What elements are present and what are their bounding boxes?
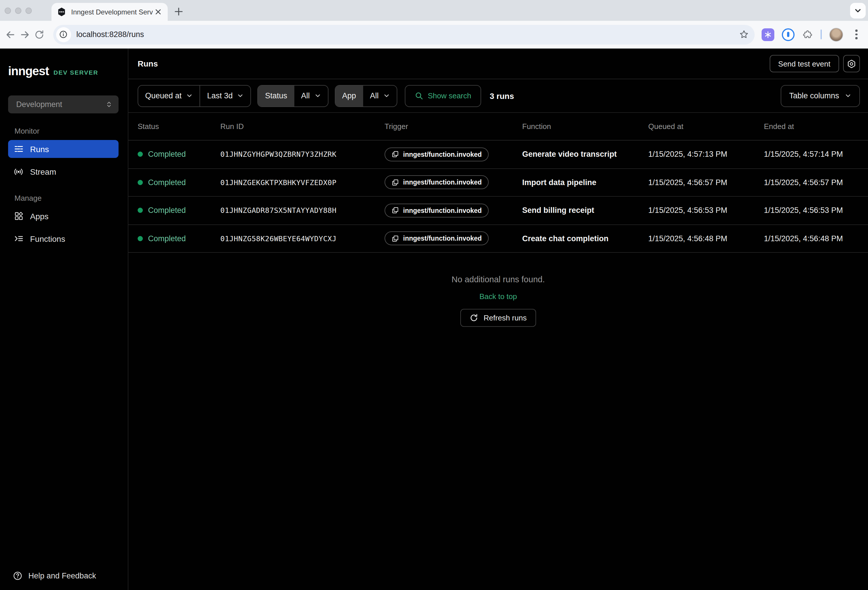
filter-bar: Queued at Last 3d Status All [128, 79, 868, 113]
back-icon[interactable] [3, 26, 17, 43]
page-header: Runs Send test event [128, 49, 868, 79]
trigger-event-pill[interactable]: inngest/function.invoked [385, 204, 489, 217]
functions-code-icon [13, 234, 24, 244]
table-header: Status Run ID Trigger Function Queued at… [128, 113, 868, 140]
bookmark-star-icon[interactable] [739, 30, 749, 39]
trigger-event-pill[interactable]: inngest/function.invoked [385, 232, 489, 245]
function-cell[interactable]: Import data pipeline [522, 178, 648, 187]
function-cell[interactable]: Create chat completion [522, 234, 648, 243]
browser-tab-strip: Inngest Development Server [0, 0, 868, 21]
sidebar-item-label: Runs [30, 144, 49, 154]
column-header-ended-at: Ended at [764, 122, 860, 131]
sidebar-item-runs[interactable]: Runs [8, 140, 118, 158]
help-question-icon [13, 571, 22, 581]
puzzle-extension-icon[interactable] [802, 29, 813, 40]
status-filter-dropdown[interactable]: All [294, 85, 328, 106]
table-columns-dropdown[interactable]: Table columns [780, 85, 860, 107]
runs-count: 3 runs [490, 91, 514, 101]
logo-row: inngest DEV SERVER [8, 64, 120, 78]
function-cell[interactable]: Send billing receipt [522, 206, 648, 215]
trigger-cell: inngest/function.invoked [385, 204, 522, 217]
queued-at-cell: 1/15/2025, 4:56:48 PM [648, 234, 764, 243]
status-cell: Completed [137, 150, 220, 159]
sidebar-item-apps[interactable]: Apps [8, 207, 118, 225]
sidebar-item-functions[interactable]: Functions [8, 230, 118, 248]
run-id-cell[interactable]: 01JHNZG58K26WBEYE64WYDYCXJ [220, 234, 385, 243]
site-info-icon[interactable] [56, 27, 71, 42]
sidebar-item-label: Apps [30, 211, 49, 221]
run-id-cell[interactable]: 01JHNZGYHGPW3QZBRN7Y3ZHZRK [220, 150, 385, 159]
ended-at-cell: 1/15/2025, 4:56:53 PM [764, 206, 860, 215]
status-cell: Completed [137, 178, 220, 187]
monitor-section-label: Monitor [8, 127, 118, 135]
environment-select[interactable]: Development [8, 95, 118, 113]
column-header-run-id: Run ID [220, 122, 385, 131]
sidebar-nav: Monitor Runs Stream Manage [0, 113, 128, 248]
window-zoom-button[interactable] [25, 7, 32, 13]
table-row[interactable]: Completed 01JHNZGADR87SX5NTAYYADY88H inn… [128, 197, 868, 225]
trigger-cell: inngest/function.invoked [385, 232, 522, 245]
dev-server-badge: DEV SERVER [53, 68, 98, 75]
settings-gear-icon[interactable] [843, 55, 860, 72]
inngest-logo: inngest [8, 64, 49, 78]
chevron-down-icon [383, 93, 390, 99]
profile-avatar[interactable] [829, 28, 843, 41]
toolbar-separator [821, 30, 822, 39]
extensions-area [762, 28, 862, 41]
extension-purple-icon[interactable] [762, 28, 774, 41]
time-field-dropdown[interactable]: Queued at [138, 85, 199, 106]
url-bar[interactable]: localhost:8288/runs [53, 25, 755, 44]
sidebar-item-label: Functions [30, 234, 65, 243]
help-label: Help and Feedback [28, 571, 96, 580]
tab-search-chevron-icon[interactable] [850, 3, 866, 19]
sidebar: inngest DEV SERVER Development Monitor R… [0, 49, 128, 590]
run-id-cell[interactable]: 01JHNZGADR87SX5NTAYYADY88H [220, 206, 385, 215]
send-test-event-button[interactable]: Send test event [769, 55, 839, 72]
chevron-down-icon [238, 93, 244, 99]
status-cell: Completed [137, 234, 220, 243]
table-footer: No additional runs found. Back to top Re… [128, 253, 868, 327]
time-range-dropdown[interactable]: Last 3d [199, 85, 251, 106]
sidebar-item-stream[interactable]: Stream [8, 163, 118, 180]
browser-menu-kebab-icon[interactable] [851, 30, 862, 39]
trigger-event-pill[interactable]: inngest/function.invoked [385, 176, 489, 189]
run-id-cell[interactable]: 01JHNZGEKGKTPXBHKYVFZEDX0P [220, 178, 385, 187]
browser-tab[interactable]: Inngest Development Server [52, 3, 168, 21]
url-text[interactable]: localhost:8288/runs [76, 30, 739, 39]
status-cell: Completed [137, 206, 220, 215]
refresh-icon [470, 313, 478, 322]
window-minimize-button[interactable] [15, 7, 21, 13]
chevron-up-down-icon [105, 101, 113, 108]
onepassword-icon[interactable] [782, 28, 794, 41]
table-row[interactable]: Completed 01JHNZG58K26WBEYE64WYDYCXJ inn… [128, 225, 868, 253]
show-search-button[interactable]: Show search [404, 85, 481, 107]
table-row[interactable]: Completed 01JHNZGYHGPW3QZBRN7Y3ZHZRK inn… [128, 140, 868, 169]
app-filter-label: App [335, 85, 363, 106]
time-filter: Queued at Last 3d [137, 85, 251, 107]
function-cell[interactable]: Generate video transcript [522, 150, 648, 159]
column-header-status: Status [137, 122, 220, 131]
browser-toolbar: localhost:8288/runs [0, 21, 868, 49]
tab-title: Inngest Development Server [71, 8, 153, 16]
tab-close-icon[interactable] [153, 7, 163, 17]
help-and-feedback[interactable]: Help and Feedback [0, 571, 128, 590]
inngest-favicon [57, 7, 66, 17]
new-tab-button[interactable] [171, 4, 186, 19]
table-row[interactable]: Completed 01JHNZGEKGKTPXBHKYVFZEDX0P inn… [128, 169, 868, 197]
sidebar-item-label: Stream [30, 167, 56, 176]
refresh-runs-button[interactable]: Refresh runs [461, 309, 536, 327]
app-filter-dropdown[interactable]: All [363, 85, 396, 106]
trigger-cell: inngest/function.invoked [385, 148, 522, 161]
status-filter-label: Status [258, 85, 294, 106]
queued-at-cell: 1/15/2025, 4:56:53 PM [648, 206, 764, 215]
column-header-trigger: Trigger [385, 122, 522, 131]
queued-at-cell: 1/15/2025, 4:56:57 PM [648, 178, 764, 187]
runs-list-icon [13, 144, 24, 154]
forward-icon[interactable] [18, 26, 32, 43]
inngest-app: inngest DEV SERVER Development Monitor R… [0, 49, 868, 590]
back-to-top-link[interactable]: Back to top [480, 292, 517, 301]
trigger-event-pill[interactable]: inngest/function.invoked [385, 148, 489, 161]
reload-icon[interactable] [32, 26, 46, 43]
window-close-button[interactable] [4, 7, 11, 13]
queued-at-cell: 1/15/2025, 4:57:13 PM [648, 150, 764, 159]
